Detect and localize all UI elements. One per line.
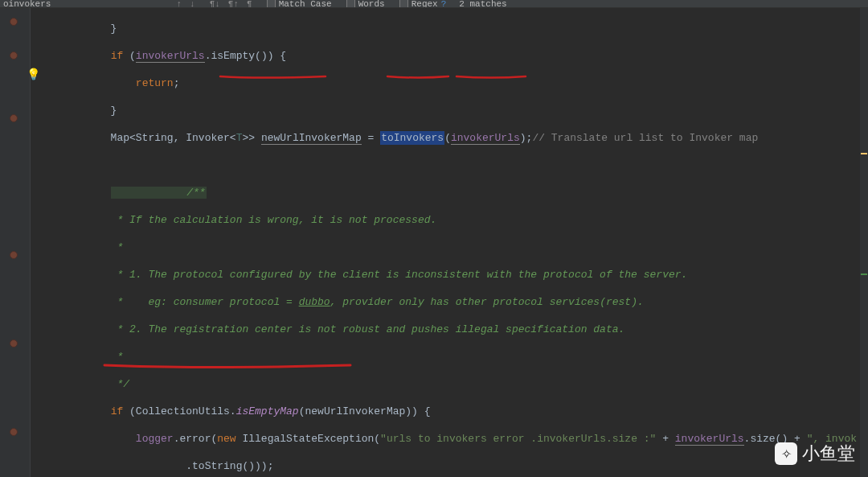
watermark: ✧ 小鱼堂 [775,442,855,466]
find-toolbar: oinvokers ↑ ↓ ¶↓ ¶↑ ¶ Match Case Words R… [0,0,868,8]
override-icon[interactable] [8,426,19,438]
search-option-icons: ¶↓ ¶↑ ¶ [210,0,252,8]
code-line[interactable]: return; [35,76,868,90]
code-line[interactable]: if (CollectionUtils.isEmptyMap(newUrlInv… [35,405,868,418]
code-line[interactable]: } [35,104,868,117]
nav-arrows: ↑ ↓ [176,0,194,8]
match-case-checkbox[interactable] [267,0,276,8]
code-line[interactable]: * 2. The registration center is not robu… [35,323,868,336]
scroll-marker[interactable] [861,153,867,154]
code-area[interactable]: } if (invokerUrls.isEmpty()) { return; }… [31,8,868,477]
regex-help-icon[interactable]: ? [441,0,447,8]
scroll-marker[interactable] [861,273,867,275]
option-icon[interactable]: ¶ [247,0,252,8]
code-line[interactable]: * If the calculation is wrong, it is not… [35,213,868,227]
prev-match-button[interactable]: ↑ [176,0,182,8]
code-line[interactable]: * eg: consumer protocol = dubbo, provide… [35,295,868,309]
override-icon[interactable] [8,113,19,124]
option-icon[interactable]: ¶↓ [210,0,220,8]
code-line[interactable]: * [35,241,868,254]
next-match-button[interactable]: ↓ [190,0,195,8]
code-line[interactable]: * 1. The protocol configured by the clie… [35,268,868,282]
annotation-underline [455,74,527,80]
code-line[interactable]: .toString())); [35,459,868,473]
annotation-underline [386,74,450,80]
code-line[interactable]: if (invokerUrls.isEmpty()) { [35,49,868,63]
gutter[interactable]: 💡 [0,8,31,477]
override-icon[interactable] [8,50,19,61]
annotation-underline [103,362,352,372]
annotation-underline [219,74,327,80]
editor-pane: 💡 } if (invokerUrls.isEmpty()) { return;… [0,8,868,477]
regex-label: Regex [411,0,438,8]
override-icon[interactable] [8,16,19,27]
words-checkbox[interactable] [346,0,355,8]
code-line[interactable]: */ [35,377,868,391]
override-icon[interactable] [8,249,19,261]
match-case-label: Match Case [279,0,332,8]
code-line[interactable]: logger.error(new IllegalStateException("… [35,432,868,446]
words-label: Words [358,0,385,8]
option-icon[interactable]: ¶↑ [228,0,239,8]
regex-checkbox[interactable] [399,0,408,8]
search-query[interactable]: oinvokers [3,0,51,8]
code-line[interactable] [35,158,868,172]
scrollbar[interactable] [860,8,868,477]
match-count: 2 matches [459,0,506,8]
watermark-icon: ✧ [775,442,797,465]
override-icon[interactable] [8,338,19,349]
code-line[interactable]: } [35,22,868,35]
code-line[interactable]: Map<String, Invoker<T>> newUrlInvokerMap… [35,131,868,145]
code-line[interactable]: /** [35,186,868,199]
watermark-text: 小鱼堂 [802,442,855,466]
